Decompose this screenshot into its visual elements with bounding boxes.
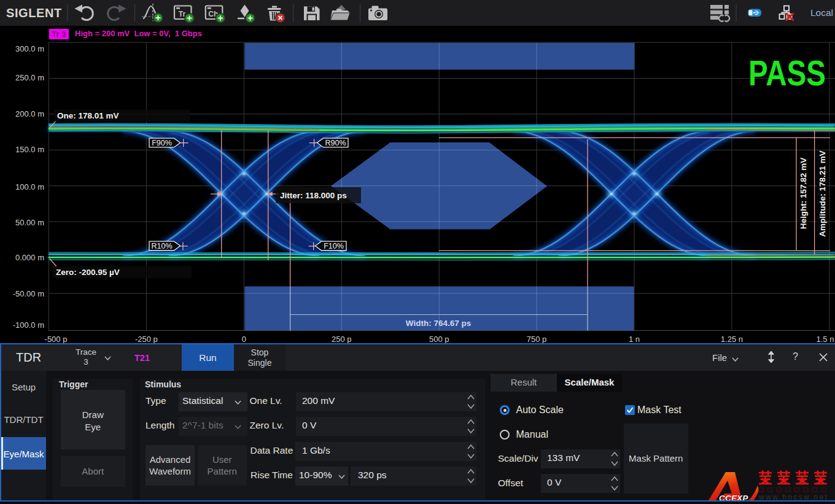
svg-text:1.5 n: 1.5 n bbox=[817, 335, 834, 344]
svg-text:Zero: -200.95 µV: Zero: -200.95 µV bbox=[56, 268, 120, 277]
svg-text:-500 p: -500 p bbox=[45, 335, 68, 344]
svg-text:R90%: R90% bbox=[325, 139, 346, 147]
svg-text:150.0 m: 150.0 m bbox=[15, 145, 44, 154]
svg-text:-250 p: -250 p bbox=[135, 335, 158, 344]
svg-text:500 p: 500 p bbox=[429, 335, 449, 344]
svg-text:One: 178.01 mV: One: 178.01 mV bbox=[57, 111, 119, 120]
svg-text:F90%: F90% bbox=[152, 139, 172, 147]
svg-text:-50.00 m: -50.00 m bbox=[13, 289, 44, 298]
svg-text:1.25 n: 1.25 n bbox=[721, 335, 743, 344]
svg-text:250 p: 250 p bbox=[332, 335, 352, 344]
svg-text:Local: Local bbox=[810, 7, 833, 18]
svg-text:100.0 m: 100.0 m bbox=[15, 182, 44, 192]
svg-text:750 p: 750 p bbox=[527, 335, 547, 344]
svg-text:Width: 764.67 ps: Width: 764.67 ps bbox=[406, 319, 471, 328]
svg-text:Jitter: 118.000 ps: Jitter: 118.000 ps bbox=[280, 191, 347, 200]
svg-text:1 n: 1 n bbox=[629, 335, 640, 344]
svg-text:Amplitude: 178.21 mV: Amplitude: 178.21 mV bbox=[818, 150, 827, 236]
svg-text:200.0 m: 200.0 m bbox=[15, 109, 44, 118]
svg-text:-100.0 m: -100.0 m bbox=[13, 320, 44, 330]
svg-text:R10%: R10% bbox=[151, 242, 172, 250]
svg-text:0: 0 bbox=[242, 335, 246, 344]
svg-text:0.000 m: 0.000 m bbox=[15, 253, 44, 262]
svg-text:F10%: F10% bbox=[324, 242, 344, 250]
svg-text:250.0 m: 250.0 m bbox=[15, 73, 44, 82]
svg-text:300.0 m: 300.0 m bbox=[15, 44, 44, 53]
svg-text:50.00 m: 50.00 m bbox=[15, 218, 44, 227]
svg-text:PASS: PASS bbox=[748, 53, 826, 93]
svg-text:Height: 157.82 mV: Height: 157.82 mV bbox=[799, 158, 808, 229]
svg-text:SIGLENT: SIGLENT bbox=[6, 6, 62, 20]
